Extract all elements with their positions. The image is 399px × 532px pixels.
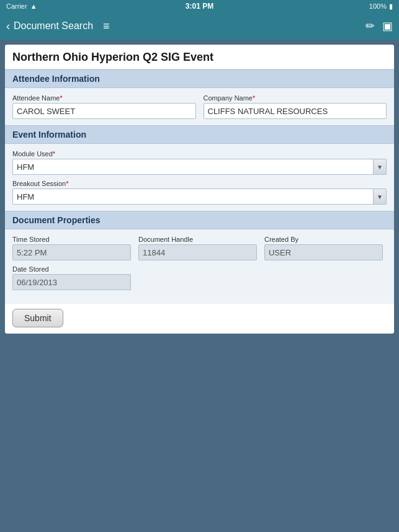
module-used-field: Module Used* ▼ xyxy=(12,150,387,175)
bottom-background xyxy=(0,339,399,532)
hamburger-icon[interactable]: ≡ xyxy=(103,20,110,33)
breakout-row: Breakout Session* ▼ xyxy=(12,180,387,205)
attendee-name-label: Attendee Name* xyxy=(12,94,196,102)
nav-right: ✏ ▣ xyxy=(365,19,393,33)
cast-icon[interactable]: ▣ xyxy=(382,19,393,33)
status-bar: Carrier ▲ 3:01 PM 100% ▮ xyxy=(0,0,399,12)
time-stored-field: Time Stored xyxy=(12,236,131,260)
module-used-dropdown-btn[interactable]: ▼ xyxy=(373,159,387,175)
module-used-dropdown-wrapper: ▼ xyxy=(12,159,387,175)
submit-area: Submit xyxy=(5,304,394,334)
company-name-field: Company Name* xyxy=(204,94,387,119)
document-handle-label: Document Handle xyxy=(138,236,257,243)
attendee-section-header: Attendee Information xyxy=(5,69,394,88)
back-arrow-icon[interactable]: ‹ xyxy=(6,20,10,33)
nav-left: ‹ Document Search ≡ xyxy=(6,20,110,33)
module-used-label: Module Used* xyxy=(12,150,387,157)
doc-props-row2: Date Stored xyxy=(12,265,387,290)
doc-props-section-content: Time Stored Document Handle Created By D… xyxy=(5,229,394,304)
module-row: Module Used* ▼ xyxy=(12,150,387,175)
breakout-session-input[interactable] xyxy=(12,188,373,205)
page-title: Northern Ohio Hyperion Q2 SIG Event xyxy=(5,45,394,69)
battery-label: 100% xyxy=(369,2,387,10)
doc-props-row1: Time Stored Document Handle Created By xyxy=(12,236,387,260)
created-by-input xyxy=(264,244,383,260)
company-name-label: Company Name* xyxy=(204,94,387,102)
time-stored-input xyxy=(12,244,131,260)
breakout-session-label: Breakout Session* xyxy=(12,180,387,187)
event-section-content: Module Used* ▼ Breakout Session* ▼ xyxy=(5,144,394,211)
created-by-field: Created By xyxy=(264,236,383,260)
attendee-name-field: Attendee Name* xyxy=(12,94,196,119)
attendee-fields-row: Attendee Name* Company Name* xyxy=(12,94,387,119)
status-left: Carrier ▲ xyxy=(6,2,37,10)
date-stored-field: Date Stored xyxy=(12,265,131,290)
attendee-name-input[interactable] xyxy=(12,103,196,119)
submit-button[interactable]: Submit xyxy=(12,309,63,327)
date-stored-input xyxy=(12,274,131,290)
document-handle-input xyxy=(138,244,257,260)
module-used-input[interactable] xyxy=(12,159,373,175)
battery-icon: ▮ xyxy=(389,2,393,11)
status-right: 100% ▮ xyxy=(369,2,393,11)
wifi-icon: ▲ xyxy=(30,2,37,10)
carrier-label: Carrier xyxy=(6,2,27,10)
breakout-session-dropdown-wrapper: ▼ xyxy=(12,188,387,205)
attendee-section-content: Attendee Name* Company Name* xyxy=(5,88,394,125)
company-name-input[interactable] xyxy=(204,103,387,119)
doc-props-section-header: Document Properties xyxy=(5,211,394,229)
status-time: 3:01 PM xyxy=(186,2,213,11)
event-section-header: Event Information xyxy=(5,125,394,144)
breakout-session-dropdown-btn[interactable]: ▼ xyxy=(373,188,387,205)
form-container: Northern Ohio Hyperion Q2 SIG Event Atte… xyxy=(5,45,394,334)
document-handle-field: Document Handle xyxy=(138,236,257,260)
breakout-session-field: Breakout Session* ▼ xyxy=(12,180,387,205)
nav-bar: ‹ Document Search ≡ ✏ ▣ xyxy=(0,12,399,40)
back-button[interactable]: Document Search xyxy=(14,20,93,32)
created-by-label: Created By xyxy=(264,236,383,243)
date-stored-label: Date Stored xyxy=(12,265,131,273)
time-stored-label: Time Stored xyxy=(12,236,131,243)
pencil-icon[interactable]: ✏ xyxy=(365,19,375,33)
